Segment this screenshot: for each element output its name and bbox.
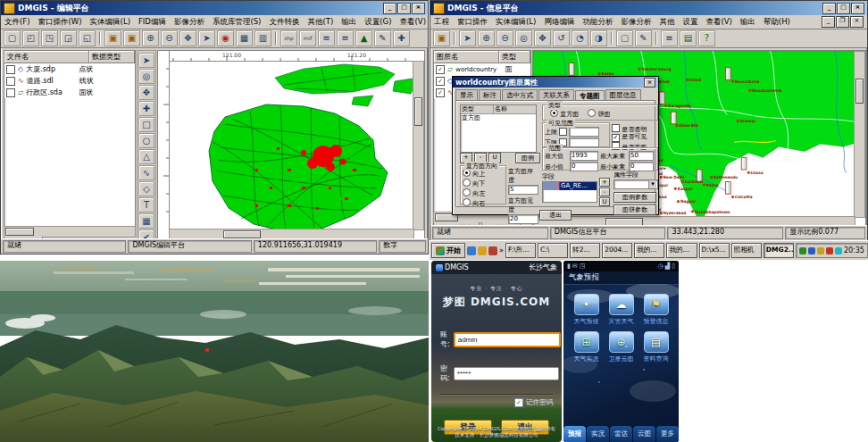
mif-tool-icon[interactable]: mif — [299, 30, 316, 46]
child-minimize-icon[interactable]: _ — [822, 16, 835, 28]
title-bar[interactable]: DMGIS - 信息平台 _ □ × — [430, 1, 867, 15]
print-icon[interactable]: ≡ — [661, 30, 678, 46]
field-selected[interactable]: GA_RE... — [560, 182, 588, 190]
app-disaster-weather[interactable]: ☁ 灾害天气 — [605, 294, 637, 326]
shanghai-map[interactable] — [170, 62, 422, 238]
help-icon[interactable]: ? — [698, 30, 715, 46]
draw-rect-icon[interactable]: □ — [138, 117, 154, 132]
visible-checkbox[interactable]: ✓ 是否可见 — [612, 133, 647, 142]
save-file-icon[interactable]: ◳ — [41, 30, 58, 46]
nav-tab-cloud[interactable]: 云图 — [633, 426, 655, 442]
quicklaunch-more-icon[interactable]: » — [499, 246, 504, 254]
layers-icon[interactable]: ▥ — [255, 30, 271, 46]
legend-params-button[interactable]: 图例参数 — [613, 192, 656, 203]
menu-item[interactable]: 设置 — [682, 17, 697, 28]
field-add-icon[interactable]: + — [599, 178, 610, 187]
import-icon[interactable]: ◲ — [60, 30, 77, 46]
column-datatype[interactable]: 数据类型 — [89, 51, 135, 63]
nav-tab-forecast[interactable]: 预报 — [563, 426, 586, 442]
checkbox-checked-icon[interactable]: ✓ — [436, 77, 445, 86]
menu-item[interactable]: 系统库管理(S) — [213, 17, 262, 28]
export-icon[interactable]: ◱ — [79, 30, 96, 46]
nav-tab-more[interactable]: 更多 — [656, 426, 679, 442]
nav-tab-live[interactable]: 实况 — [587, 426, 609, 442]
taskbar-task[interactable]: 照相机 — [731, 243, 762, 258]
open-file-icon[interactable]: ◰ — [22, 30, 39, 46]
map-vscroll[interactable] — [854, 51, 865, 218]
list-col-type[interactable]: 类型 — [461, 105, 494, 113]
tab-relation[interactable]: 关联关系 — [538, 89, 574, 100]
maximize-icon[interactable]: □ — [837, 3, 850, 14]
radio-down[interactable]: 向下 — [463, 179, 504, 188]
tray-icon[interactable] — [817, 247, 824, 254]
open-project-icon[interactable]: ▣ — [104, 30, 121, 46]
text-tool-icon[interactable]: T — [138, 197, 154, 213]
legend-button[interactable]: 图例 — [515, 153, 540, 163]
radio-left[interactable]: 向左 — [463, 188, 504, 198]
tray-clock[interactable]: 20:35 — [844, 246, 864, 254]
tab-display[interactable]: 显示 — [455, 89, 478, 100]
close-icon[interactable]: × — [851, 3, 864, 14]
taskbar-task[interactable]: F:\所... — [505, 243, 536, 258]
dialog-close-icon[interactable]: × — [644, 78, 655, 88]
map-canvas[interactable]: 121.00 121.20 — [157, 50, 425, 241]
menu-item[interactable]: 文件转换 — [269, 17, 299, 28]
width-input[interactable] — [508, 214, 538, 224]
measure-icon[interactable]: ✎ — [635, 30, 652, 46]
thickness-input[interactable] — [508, 185, 538, 195]
pie-params-button[interactable]: 图饼参数 — [613, 204, 656, 215]
menu-item[interactable]: 输出 — [341, 17, 356, 28]
title-bar[interactable]: DMGIS - 编辑平台 _ □ × — [1, 1, 428, 15]
checkbox-icon[interactable] — [6, 77, 15, 86]
open-project-icon[interactable]: ▣ — [433, 30, 450, 46]
column-layername[interactable]: 图层名 — [434, 51, 499, 63]
taskbar-task[interactable]: C:\ — [538, 243, 568, 258]
menu-item[interactable]: 实体编辑(L) — [90, 17, 130, 28]
exit-button[interactable]: 退出 — [539, 210, 572, 221]
select-arrow-icon[interactable]: ➤ — [138, 53, 154, 68]
terrain-3d-view[interactable] — [0, 261, 429, 442]
menu-item[interactable]: 输出 — [740, 17, 755, 28]
open-map-icon[interactable]: ▣ — [123, 30, 140, 46]
taskbar-task[interactable]: 2004... — [602, 243, 632, 258]
app-data-query[interactable]: ▤ 资料查询 — [640, 331, 672, 363]
undo-icon[interactable]: ↺ — [553, 30, 570, 46]
draw-polygon-icon[interactable]: △ — [138, 149, 154, 164]
menu-item[interactable]: 帮助(H) — [764, 17, 790, 28]
app-live-weather[interactable]: ⊞ 天气实况 — [571, 331, 602, 363]
add-point-icon[interactable]: ✚ — [138, 101, 154, 116]
field-remove-icon[interactable]: - — [599, 188, 610, 196]
measure-icon[interactable]: ✎ — [374, 30, 391, 46]
quicklaunch-desktop-icon[interactable] — [478, 246, 487, 255]
field-update-icon[interactable]: U — [599, 197, 610, 206]
max-value-input[interactable] — [570, 151, 598, 161]
chevron-down-icon[interactable]: ▾ — [648, 180, 656, 188]
tray-icon[interactable] — [799, 247, 806, 254]
info-icon[interactable]: ✚ — [393, 30, 410, 46]
list-row-histogram[interactable]: 直方图 — [461, 114, 536, 122]
taskbar-task[interactable]: 我的... — [666, 243, 697, 258]
nav-tab-radar[interactable]: 雷达 — [610, 426, 632, 442]
tab-layerinfo[interactable]: 图层信息 — [605, 89, 641, 100]
zoom-in-icon[interactable]: ⊕ — [478, 30, 495, 46]
remember-checkbox[interactable]: ✓ — [514, 398, 523, 407]
radio-right[interactable]: 向右 — [463, 198, 504, 208]
lower-limit-input[interactable] — [569, 138, 599, 147]
grid-tool-icon[interactable]: ▦ — [138, 213, 154, 229]
map-vscroll[interactable] — [413, 61, 424, 230]
min-value-input[interactable] — [570, 162, 598, 171]
close-icon[interactable]: × — [412, 3, 425, 14]
upper-limit-input[interactable] — [569, 127, 599, 137]
child-restore-icon[interactable]: ❐ — [836, 16, 849, 28]
maximize-icon[interactable]: □ — [397, 3, 411, 14]
tray-icon[interactable] — [835, 247, 842, 254]
pan-icon[interactable]: ✥ — [179, 30, 196, 46]
taskbar-task[interactable]: 转2... — [570, 243, 600, 258]
shp-tool-icon[interactable]: shp — [280, 30, 297, 46]
menu-item[interactable]: 功能分析 — [582, 17, 613, 28]
stats-icon[interactable]: ▤ — [680, 30, 697, 46]
info-circle-icon[interactable]: ◑ — [590, 30, 607, 46]
password-input[interactable] — [454, 367, 559, 380]
checkbox-icon[interactable] — [6, 65, 15, 74]
menu-item[interactable]: 文件(F) — [4, 17, 30, 28]
